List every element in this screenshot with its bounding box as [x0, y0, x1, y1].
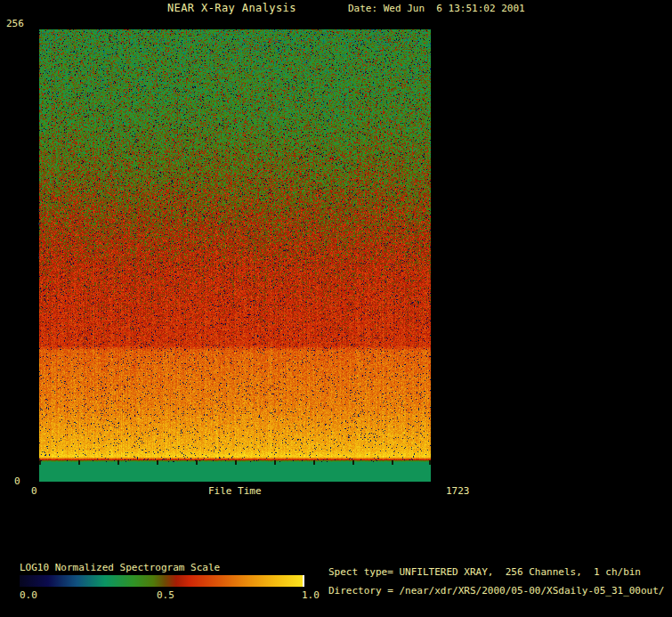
x-axis-title: File Time [208, 485, 262, 497]
chart-title: NEAR X-Ray Analysis [167, 3, 296, 14]
y-axis-max-label: 256 [6, 18, 24, 29]
directory-label: Directory = /near/xdr/XRS/2000/05-00/XSd… [328, 585, 665, 597]
y-axis-min-label: 0 [14, 475, 20, 487]
spect-type-label: Spect type= UNFILTERED XRAY, 256 Channel… [328, 566, 641, 578]
date-label: Date: Wed Jun 6 13:51:02 2001 [348, 3, 525, 14]
x-axis-min-label: 0 [31, 485, 37, 497]
colorbar-end-cap [303, 575, 304, 587]
colorbar-tick-mid: 0.5 [157, 589, 174, 601]
colorbar-gradient [20, 575, 304, 587]
x-axis-max-label: 1723 [446, 485, 470, 497]
spectrogram-canvas [39, 29, 431, 482]
colorbar-title: LOG10 Normalized Spectrogram Scale [20, 562, 220, 573]
colorbar-tick-min: 0.0 [20, 589, 37, 601]
window-root: { "window": { "bg": "#000000", "text_col… [0, 0, 672, 617]
colorbar-tick-max: 1.0 [302, 589, 320, 601]
